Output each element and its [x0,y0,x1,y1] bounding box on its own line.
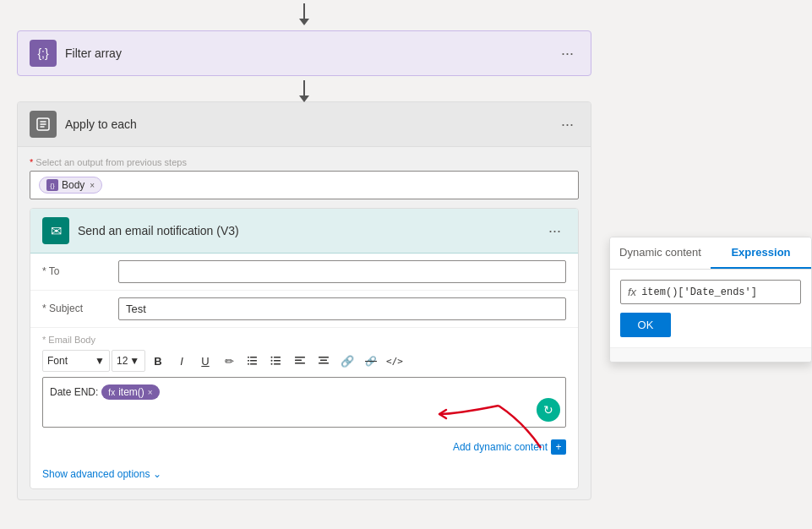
svg-rect-17 [320,360,327,362]
select-output-label: * Select an output from previous steps [30,157,579,167]
svg-rect-9 [274,363,281,365]
add-dynamic-plus-button[interactable]: + [551,439,566,455]
unordered-list-button[interactable] [265,350,287,372]
svg-rect-8 [274,360,281,362]
svg-rect-18 [319,363,329,364]
filter-array-menu-button[interactable]: ··· [556,43,579,64]
apply-each-body: * Select an output from previous steps {… [18,147,591,499]
svg-point-11 [271,360,273,362]
right-panel: Dynamic content Expression fx OK [609,237,812,363]
expression-tab[interactable]: Expression [711,237,811,269]
apply-to-each-card: Apply to each ··· * Select an output fro… [17,101,591,500]
body-token-close[interactable]: × [90,181,95,190]
font-size-label: 12 [117,355,128,367]
refresh-button[interactable]: ↻ [537,398,560,422]
apply-each-header: Apply to each ··· [18,102,591,147]
apply-each-title: Apply to each [65,117,137,131]
email-icon: ✉ [42,217,69,244]
svg-rect-7 [274,357,281,358]
show-advanced-options[interactable]: Show advanced options ⌄ [30,460,578,488]
font-chevron: ▼ [95,355,105,367]
body-token: {} Body × [39,177,102,194]
font-select[interactable]: Font ▼ [42,350,110,372]
fx-icon: fx [628,286,636,298]
item-token-close[interactable]: × [148,388,153,397]
svg-rect-2 [250,360,257,362]
top-connector [17,0,591,24]
email-card-header: ✉ Send an email notification (V3) ··· [30,209,578,254]
arrow-down-2 [303,80,305,97]
expression-input-row: fx [620,280,801,304]
filter-icon: {;} [30,40,57,67]
font-size-select[interactable]: 12 ▼ [112,350,145,372]
email-body-label: * Email Body [42,335,566,345]
filter-array-left: {;} Filter array [30,40,122,67]
subject-label: * Subject [42,297,110,314]
item-token-fx-icon: fx [108,388,115,397]
filter-array-card: {;} Filter array ··· [17,30,591,76]
code-button[interactable]: </> [384,350,406,372]
subject-field-row: * Subject [30,291,578,328]
panel-footer [610,347,811,362]
panel-body: fx OK [610,270,811,347]
expression-input[interactable] [641,286,793,298]
filter-array-title: Filter array [65,46,122,60]
to-label: * To [42,260,110,277]
body-token-icon: {} [46,179,58,191]
apply-each-left: Apply to each [30,111,137,138]
svg-rect-13 [295,357,305,358]
item-token-label: item() [118,386,144,398]
size-chevron: ▼ [129,355,139,367]
align-left-button[interactable] [289,350,311,372]
email-card-menu-button[interactable]: ··· [543,221,566,242]
font-label: Font [47,355,68,367]
body-token-label: Body [62,179,84,191]
pen-button[interactable]: ✏ [218,350,240,372]
link-button[interactable]: 🔗 [336,350,358,372]
item-token: fx item() × [101,384,159,400]
ordered-list-button[interactable] [242,350,264,372]
body-content-area[interactable]: Date END: fx item() × ↻ [42,377,566,428]
to-input[interactable] [118,260,566,283]
underline-button[interactable]: U [194,350,216,372]
svg-point-10 [271,357,273,358]
email-toolbar: Font ▼ 12 ▼ B I U ✏ [42,350,566,372]
dynamic-content-tab[interactable]: Dynamic content [610,237,711,269]
svg-rect-5 [248,360,249,362]
svg-rect-6 [248,363,249,365]
ok-button[interactable]: OK [620,313,671,337]
email-header-left: ✉ Send an email notification (V3) [42,217,239,244]
subject-input[interactable] [118,297,566,320]
svg-rect-14 [295,360,302,362]
to-field-row: * To [30,254,578,291]
connector-1 [17,76,591,101]
apply-each-menu-button[interactable]: ··· [556,114,579,135]
show-advanced-label: Show advanced options [42,468,150,480]
svg-rect-3 [250,363,257,365]
panel-tabs: Dynamic content Expression [610,237,811,270]
show-advanced-chevron: ⌄ [153,468,161,480]
svg-point-12 [271,363,273,365]
add-dynamic-link[interactable]: Add dynamic content [453,441,548,453]
email-card-title: Send an email notification (V3) [78,224,239,237]
email-card: ✉ Send an email notification (V3) ··· * … [30,208,579,489]
email-body-row: * Email Body Font ▼ 12 ▼ B [30,328,578,434]
arrow-down-1 [303,3,305,20]
bold-button[interactable]: B [147,350,169,372]
select-output-box[interactable]: {} Body × [30,171,579,199]
apply-each-icon [30,111,57,138]
italic-button[interactable]: I [171,350,193,372]
align-center-button[interactable] [313,350,335,372]
svg-rect-1 [250,357,257,358]
unlink-button[interactable]: 🔗 [360,350,382,372]
email-card-body: * To * Subject * Email Body [30,254,578,488]
add-dynamic-row: Add dynamic content + [30,434,578,460]
body-text-label: Date END: [50,384,98,398]
svg-rect-15 [295,363,305,364]
svg-rect-16 [319,357,329,358]
svg-rect-4 [248,357,249,358]
